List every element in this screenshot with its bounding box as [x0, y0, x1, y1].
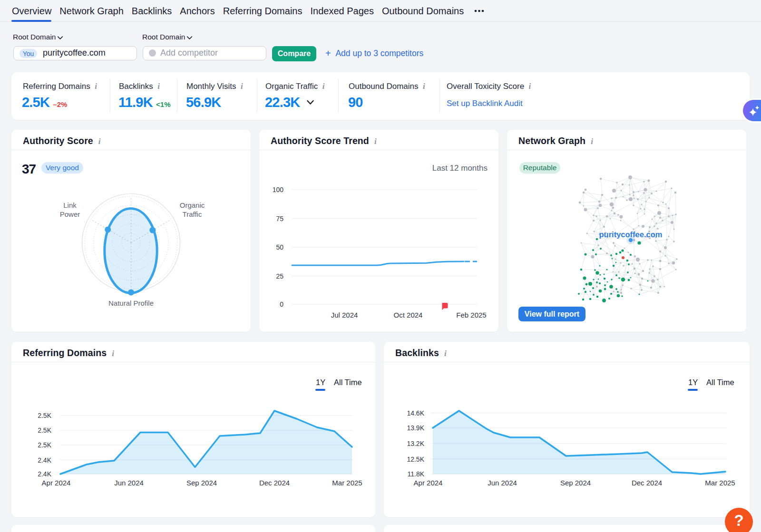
svg-text:2.5K: 2.5K: [38, 426, 51, 434]
svg-text:Jul 2024: Jul 2024: [331, 311, 358, 319]
svg-text:50: 50: [276, 243, 283, 251]
svg-text:Sep 2024: Sep 2024: [560, 479, 591, 487]
svg-text:2.4K: 2.4K: [38, 456, 51, 464]
svg-text:100: 100: [273, 186, 284, 193]
svg-text:13.2K: 13.2K: [407, 440, 424, 447]
svg-text:Mar 2025: Mar 2025: [332, 479, 362, 487]
svg-text:2.4K: 2.4K: [38, 470, 51, 478]
svg-text:Dec 2024: Dec 2024: [632, 479, 662, 487]
svg-text:25: 25: [276, 272, 283, 280]
svg-text:Dec 2024: Dec 2024: [259, 479, 290, 487]
svg-text:0: 0: [280, 300, 283, 308]
svg-text:Feb 2025: Feb 2025: [456, 311, 486, 319]
svg-text:Sep 2024: Sep 2024: [186, 479, 217, 487]
svg-text:2.5K: 2.5K: [38, 412, 51, 419]
svg-text:75: 75: [276, 215, 283, 222]
svg-text:Jun 2024: Jun 2024: [114, 479, 144, 487]
svg-text:Apr 2024: Apr 2024: [42, 479, 71, 487]
svg-text:Mar 2025: Mar 2025: [705, 479, 735, 487]
svg-text:Jun 2024: Jun 2024: [488, 479, 517, 487]
svg-text:14.6K: 14.6K: [407, 409, 424, 417]
svg-text:13.9K: 13.9K: [407, 424, 424, 432]
svg-text:11.8K: 11.8K: [407, 470, 424, 478]
svg-text:Apr 2024: Apr 2024: [414, 479, 443, 487]
svg-text:Oct 2024: Oct 2024: [394, 311, 423, 319]
svg-text:2.5K: 2.5K: [38, 441, 51, 449]
svg-text:12.5K: 12.5K: [407, 455, 424, 463]
